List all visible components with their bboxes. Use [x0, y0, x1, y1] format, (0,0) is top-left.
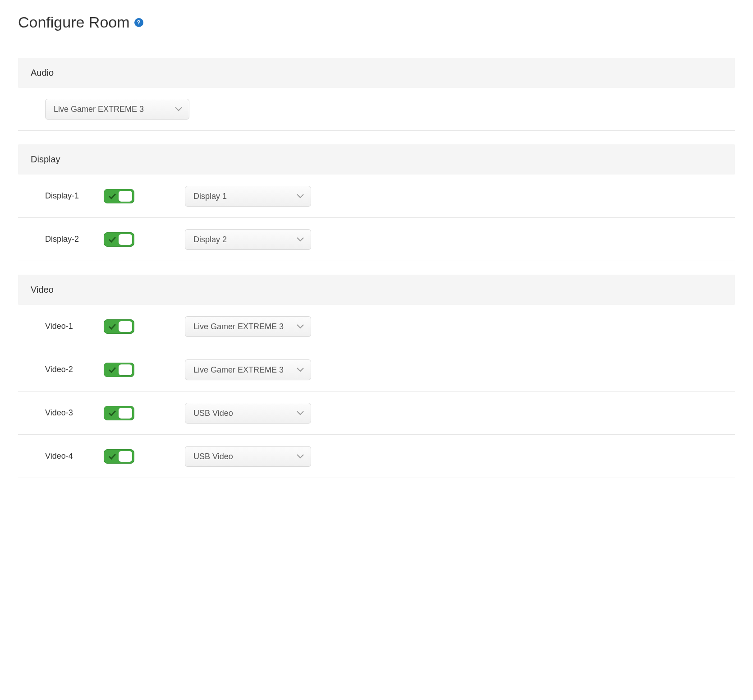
video-2-select[interactable]: Live Gamer EXTREME 3: [185, 359, 311, 380]
display-2-select[interactable]: Display 2: [185, 229, 311, 250]
video-row-3: Video-3 USB Video: [18, 391, 735, 435]
video-4-toggle[interactable]: [104, 449, 134, 464]
video-row-4: Video-4 USB Video: [18, 435, 735, 478]
display-1-toggle[interactable]: [104, 189, 134, 203]
video-3-label: Video-3: [45, 408, 104, 418]
display-row-1: Display-1 Display 1: [18, 175, 735, 218]
page-title: Configure Room: [18, 14, 130, 31]
divider: [18, 44, 735, 44]
section-audio: Audio Live Gamer EXTREME 3: [18, 58, 735, 131]
toggle-knob: [119, 191, 132, 202]
toggle-knob: [119, 451, 132, 462]
video-2-toggle[interactable]: [104, 363, 134, 377]
video-4-select[interactable]: USB Video: [185, 446, 311, 467]
video-1-select[interactable]: Live Gamer EXTREME 3: [185, 316, 311, 337]
audio-device-select[interactable]: Live Gamer EXTREME 3: [45, 99, 189, 120]
check-icon: [109, 323, 116, 330]
section-header-display: Display: [18, 144, 735, 175]
help-icon[interactable]: ?: [134, 18, 143, 27]
display-1-label: Display-1: [45, 191, 104, 201]
video-3-select[interactable]: USB Video: [185, 403, 311, 424]
video-4-label: Video-4: [45, 451, 104, 461]
toggle-knob: [119, 321, 132, 332]
display-2-label: Display-2: [45, 235, 104, 244]
display-1-select[interactable]: Display 1: [185, 186, 311, 207]
toggle-knob: [119, 234, 132, 245]
section-header-audio: Audio: [18, 58, 735, 88]
check-icon: [109, 410, 116, 416]
video-1-toggle[interactable]: [104, 319, 134, 334]
check-icon: [109, 453, 116, 460]
check-icon: [109, 193, 116, 199]
audio-row: Live Gamer EXTREME 3: [18, 88, 735, 131]
video-3-toggle[interactable]: [104, 406, 134, 420]
video-2-label: Video-2: [45, 365, 104, 374]
video-row-2: Video-2 Live Gamer EXTREME 3: [18, 348, 735, 391]
toggle-knob: [119, 364, 132, 375]
section-video: Video Video-1 Live Gamer EXTREME 3: [18, 275, 735, 478]
display-2-toggle[interactable]: [104, 232, 134, 247]
check-icon: [109, 367, 116, 373]
video-row-1: Video-1 Live Gamer EXTREME 3: [18, 305, 735, 348]
video-1-label: Video-1: [45, 322, 104, 331]
toggle-knob: [119, 408, 132, 419]
section-header-video: Video: [18, 275, 735, 305]
check-icon: [109, 236, 116, 243]
display-row-2: Display-2 Display 2: [18, 218, 735, 261]
section-display: Display Display-1 Display 1: [18, 144, 735, 261]
